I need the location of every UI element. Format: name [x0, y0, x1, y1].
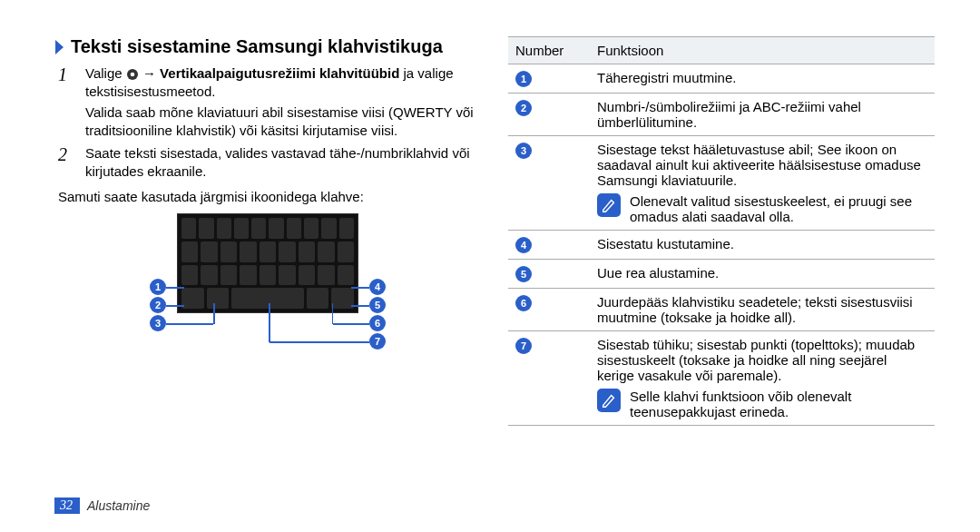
row-4-text: Sisestatu kustutamine. — [590, 231, 935, 260]
row-2-text: Numbri-/sümbolirežiimi ja ABC-režiimi va… — [590, 94, 935, 136]
row-5-text: Uue rea alustamine. — [590, 260, 935, 289]
keyboard-diagram: 1 2 3 4 5 6 7 — [150, 213, 386, 313]
after-steps-text: Samuti saate kasutada järgmisi ikoonideg… — [58, 189, 481, 204]
row-1-text: Täheregistri muutmine. — [590, 64, 935, 94]
callout-2: 2 — [150, 297, 166, 313]
table-header-function: Funktsioon — [590, 37, 935, 64]
callout-1: 1 — [150, 279, 166, 295]
step1-arrow: → — [142, 65, 160, 81]
row-3-text: Sisestage tekst hääletuvastuse abil; See… — [597, 142, 927, 188]
step-1: 1 Valige → Vertikaalpaigutusrežiimi klah… — [54, 64, 481, 139]
callout-4: 4 — [369, 279, 386, 295]
step1-bold: Vertikaalpaigutusrežiimi klahvitüübid — [160, 65, 399, 81]
row-number-badge: 6 — [515, 295, 532, 311]
note-icon — [597, 193, 621, 217]
svg-point-1 — [130, 73, 134, 77]
gear-icon — [126, 68, 139, 81]
step1-pre: Valige — [85, 65, 126, 81]
row-number-badge: 7 — [515, 338, 532, 354]
callout-6: 6 — [369, 315, 386, 331]
page-number: 32 — [54, 498, 80, 514]
section-heading: Teksti sisestamine Samsungi klahvistikug… — [71, 36, 443, 57]
row-number-badge: 4 — [515, 237, 532, 253]
callout-7: 7 — [369, 333, 386, 350]
row-3-note: Olenevalt valitud sisestuskeelest, ei pr… — [630, 193, 927, 224]
step-number: 1 — [58, 64, 76, 139]
step-2: 2 Saate teksti sisestada, valides vastav… — [54, 144, 481, 180]
page-footer: 32 Alustamine — [54, 498, 150, 514]
callout-3: 3 — [150, 315, 166, 331]
table-header-number: Number — [508, 37, 590, 64]
function-table: Number Funktsioon 1 Täheregistri muutmin… — [508, 36, 935, 426]
step2-body: Saate teksti sisestada, valides vastavad… — [85, 144, 481, 180]
row-number-badge: 1 — [515, 71, 532, 87]
step-number: 2 — [58, 144, 76, 180]
chevron-right-icon — [54, 39, 65, 55]
note-icon — [597, 389, 621, 412]
row-number-badge: 3 — [515, 143, 532, 159]
callout-5: 5 — [369, 297, 386, 313]
row-number-badge: 5 — [515, 266, 532, 282]
row-6-text: Juurdepääs klahvistiku seadetele; teksti… — [590, 289, 935, 331]
section-name: Alustamine — [87, 498, 150, 513]
step1-para2: Valida saab mõne klaviatuuri abil sisest… — [85, 103, 481, 139]
row-7-text: Sisestab tühiku; sisestab punkti (topelt… — [597, 337, 927, 383]
row-number-badge: 2 — [515, 100, 532, 116]
row-7-note: Selle klahvi funktsioon võib olenevalt t… — [630, 389, 927, 419]
